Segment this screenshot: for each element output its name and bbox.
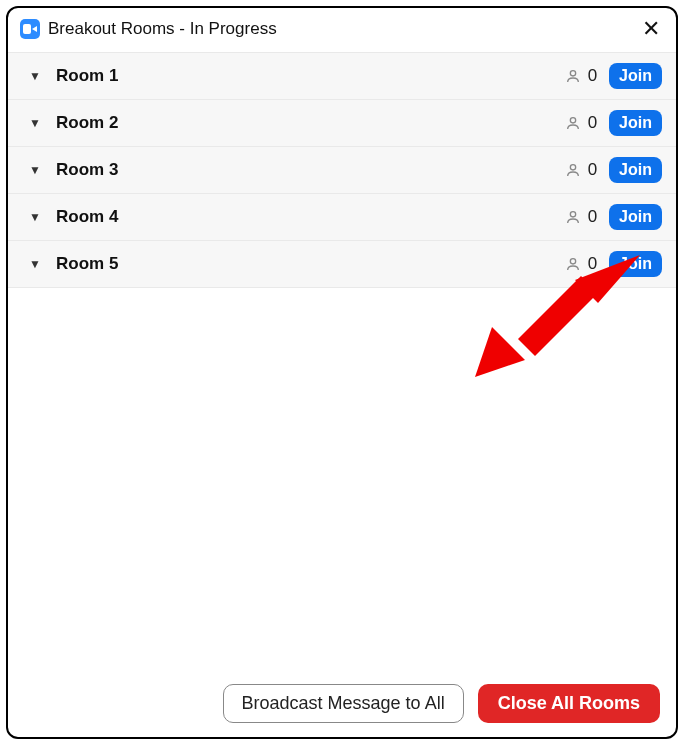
svg-point-3 bbox=[570, 212, 575, 217]
caret-down-icon[interactable]: ▼ bbox=[28, 163, 42, 177]
join-button[interactable]: Join bbox=[609, 110, 662, 136]
person-icon bbox=[564, 114, 582, 132]
close-all-rooms-button[interactable]: Close All Rooms bbox=[478, 684, 660, 723]
caret-down-icon[interactable]: ▼ bbox=[28, 69, 42, 83]
svg-point-0 bbox=[570, 71, 575, 76]
room-row[interactable]: ▼ Room 1 0 Join bbox=[8, 52, 676, 100]
room-row[interactable]: ▼ Room 4 0 Join bbox=[8, 193, 676, 241]
room-name: Room 4 bbox=[50, 207, 556, 227]
join-button[interactable]: Join bbox=[609, 204, 662, 230]
window-title: Breakout Rooms - In Progress bbox=[48, 19, 630, 39]
room-row[interactable]: ▼ Room 3 0 Join bbox=[8, 146, 676, 194]
person-icon bbox=[564, 255, 582, 273]
join-button[interactable]: Join bbox=[609, 251, 662, 277]
svg-point-2 bbox=[570, 165, 575, 170]
zoom-icon bbox=[20, 19, 40, 39]
room-name: Room 1 bbox=[50, 66, 556, 86]
person-icon bbox=[564, 161, 582, 179]
join-button[interactable]: Join bbox=[609, 63, 662, 89]
footer: Broadcast Message to All Close All Rooms bbox=[8, 672, 676, 737]
breakout-rooms-window: Breakout Rooms - In Progress ✕ ▼ Room 1 … bbox=[6, 6, 678, 739]
caret-down-icon[interactable]: ▼ bbox=[28, 210, 42, 224]
titlebar: Breakout Rooms - In Progress ✕ bbox=[8, 8, 676, 52]
room-name: Room 3 bbox=[50, 160, 556, 180]
broadcast-button[interactable]: Broadcast Message to All bbox=[223, 684, 464, 723]
participant-count: 0 bbox=[588, 66, 597, 86]
join-button[interactable]: Join bbox=[609, 157, 662, 183]
room-name: Room 2 bbox=[50, 113, 556, 133]
room-name: Room 5 bbox=[50, 254, 556, 274]
room-row[interactable]: ▼ Room 5 0 Join bbox=[8, 240, 676, 288]
close-icon[interactable]: ✕ bbox=[638, 16, 664, 42]
participant-count: 0 bbox=[588, 254, 597, 274]
person-icon bbox=[564, 67, 582, 85]
room-row[interactable]: ▼ Room 2 0 Join bbox=[8, 99, 676, 147]
caret-down-icon[interactable]: ▼ bbox=[28, 116, 42, 130]
svg-point-4 bbox=[570, 259, 575, 264]
caret-down-icon[interactable]: ▼ bbox=[28, 257, 42, 271]
svg-point-1 bbox=[570, 118, 575, 123]
room-list: ▼ Room 1 0 Join ▼ Room 2 0 Join ▼ Room 3… bbox=[8, 52, 676, 672]
participant-count: 0 bbox=[588, 113, 597, 133]
person-icon bbox=[564, 208, 582, 226]
participant-count: 0 bbox=[588, 160, 597, 180]
participant-count: 0 bbox=[588, 207, 597, 227]
